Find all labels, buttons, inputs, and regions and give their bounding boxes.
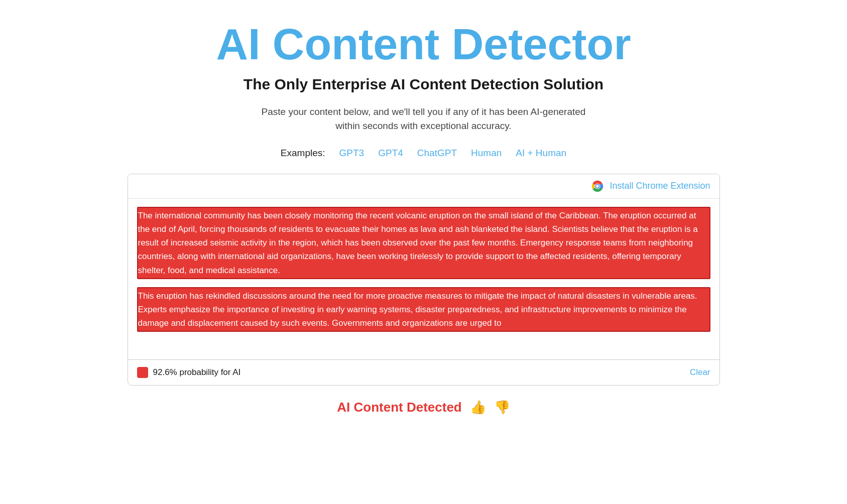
example-gpt4[interactable]: GPT4 — [378, 148, 403, 159]
bottom-bar: 92.6% probability for AI Clear — [128, 359, 719, 385]
main-title: AI Content Detector — [128, 20, 720, 69]
result-row: AI Content Detected 👍 👎 — [128, 400, 720, 415]
sub-title: The Only Enterprise AI Content Detection… — [128, 76, 720, 93]
result-text: AI Content Detected — [337, 400, 461, 415]
thumbs-down-button[interactable]: 👎 — [494, 400, 510, 415]
content-textarea-container: Install Chrome Extension The internation… — [128, 174, 720, 386]
svg-point-3 — [596, 185, 599, 188]
paragraph-2: This eruption has rekindled discussions … — [137, 287, 710, 332]
chrome-icon — [590, 179, 604, 193]
probability-container: 92.6% probability for AI — [137, 367, 241, 378]
example-chatgpt[interactable]: ChatGPT — [417, 148, 457, 159]
install-chrome-extension-label[interactable]: Install Chrome Extension — [610, 181, 710, 191]
thumbs-up-button[interactable]: 👍 — [470, 400, 486, 415]
chrome-extension-bar: Install Chrome Extension — [128, 174, 719, 199]
example-gpt3[interactable]: GPT3 — [339, 148, 365, 159]
probability-dot — [137, 367, 148, 378]
example-human[interactable]: Human — [471, 148, 502, 159]
examples-row: Examples: GPT3 GPT4 ChatGPT Human AI + H… — [128, 148, 720, 159]
probability-text: 92.6% probability for AI — [153, 367, 241, 377]
examples-label: Examples: — [281, 148, 325, 159]
content-area[interactable]: The international community has been clo… — [128, 199, 719, 359]
description: Paste your content below, and we'll tell… — [128, 105, 720, 134]
example-ai-human[interactable]: AI + Human — [516, 148, 566, 159]
paragraph-1: The international community has been clo… — [137, 207, 710, 279]
clear-button[interactable]: Clear — [690, 367, 710, 377]
